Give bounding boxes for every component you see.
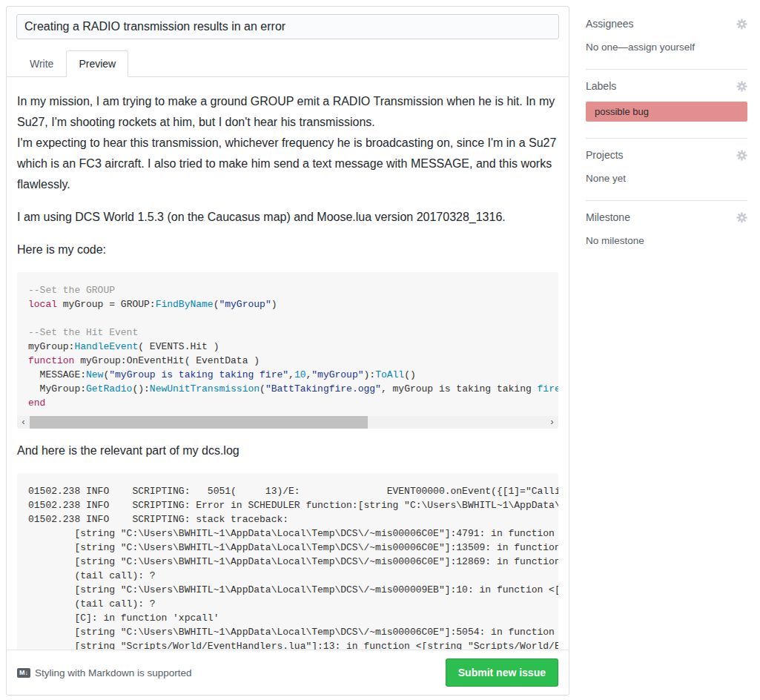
sidebar-section-projects: Projects None yet [586, 139, 747, 201]
projects-heading: Projects [586, 149, 624, 161]
markdown-note-label: Styling with Markdown is supported [35, 667, 192, 678]
markdown-icon: M↓ [17, 668, 30, 678]
tab-preview[interactable]: Preview [66, 50, 128, 77]
assignees-value[interactable]: No one—assign yourself [586, 42, 747, 53]
sidebar-section-milestone: Milestone No milestone [586, 201, 747, 262]
tab-write[interactable]: Write [17, 50, 66, 77]
gear-icon[interactable] [736, 212, 747, 223]
issue-body-paragraph: In my mission, I am trying to make a gro… [17, 91, 558, 195]
scroll-right-icon[interactable]: › [546, 416, 558, 429]
gear-icon[interactable] [736, 81, 747, 92]
code-horizontal-scrollbar: ‹ › [17, 416, 558, 429]
new-issue-form: Write Preview In my mission, I am trying… [6, 6, 569, 696]
milestone-heading: Milestone [586, 211, 630, 223]
scroll-left-icon[interactable]: ‹ [17, 416, 30, 429]
issue-body-paragraph: Here is my code: [17, 240, 558, 260]
projects-value: None yet [586, 173, 747, 184]
lua-code-block: --Set the GROUP local myGroup = GROUP:Fi… [17, 272, 558, 429]
assignees-heading: Assignees [586, 18, 634, 30]
labels-heading: Labels [586, 80, 616, 92]
gear-icon[interactable] [736, 150, 747, 161]
scrollbar-thumb[interactable] [30, 416, 368, 429]
issue-title-input[interactable] [16, 14, 559, 39]
markdown-supported-note[interactable]: M↓ Styling with Markdown is supported [17, 667, 192, 678]
log-code-block: 01502.238 INFO SCRIPTING: 5051( 13)/E: E… [17, 473, 558, 672]
issue-body-paragraph: And here is the relevant part of my dcs.… [17, 440, 558, 461]
scrollbar-track[interactable] [30, 416, 546, 429]
label-possible-bug[interactable]: possible bug [586, 102, 747, 122]
submit-new-issue-button[interactable]: Submit new issue [446, 658, 558, 687]
issue-sidebar: Assignees No one—assign yourself Labels [586, 7, 747, 262]
sidebar-section-assignees: Assignees No one—assign yourself [586, 7, 747, 70]
issue-body-paragraph: I am using DCS World 1.5.3 (on the Cauca… [17, 207, 558, 228]
milestone-value: No milestone [586, 235, 747, 246]
write-preview-tabs: Write Preview [7, 50, 569, 77]
preview-content: In my mission, I am trying to make a gro… [7, 77, 569, 672]
lua-code: --Set the GROUP local myGroup = GROUP:Fi… [17, 272, 558, 416]
sidebar-section-labels: Labels possible bug [586, 70, 747, 139]
form-footer: M↓ Styling with Markdown is supported Su… [7, 650, 569, 695]
dcs-log-text: 01502.238 INFO SCRIPTING: 5051( 13)/E: E… [17, 473, 558, 659]
gear-icon[interactable] [736, 19, 747, 30]
